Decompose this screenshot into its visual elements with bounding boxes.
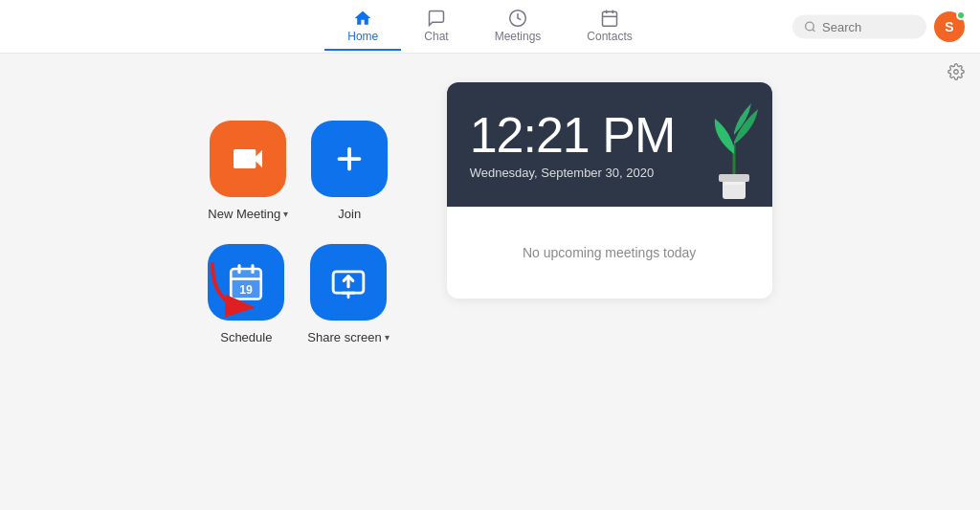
nav-item-contacts[interactable]: Contacts — [564, 3, 655, 51]
svg-rect-22 — [724, 182, 744, 185]
svg-text:19: 19 — [240, 283, 254, 297]
svg-rect-1 — [603, 11, 617, 26]
nav-chat-label: Chat — [424, 30, 448, 43]
calendar-header: 12:21 PM Wednesday, September 30, 2020 — [447, 82, 772, 207]
nav-meetings-label: Meetings — [495, 30, 542, 43]
settings-gear[interactable] — [947, 63, 965, 84]
action-row-1: New Meeting ▾ Join — [208, 121, 389, 221]
meetings-icon — [508, 9, 527, 28]
svg-point-7 — [954, 70, 959, 75]
share-screen-button[interactable]: Share screen ▾ — [307, 244, 389, 344]
no-meetings-message: No upcoming meetings today — [470, 245, 749, 260]
svg-rect-21 — [719, 174, 749, 182]
avatar[interactable]: S — [934, 11, 965, 42]
top-navigation: Home Chat Meetings — [0, 0, 980, 54]
share-screen-icon-bg — [310, 244, 387, 321]
svg-point-5 — [806, 22, 814, 31]
main-content: New Meeting ▾ Join — [0, 54, 980, 510]
nav-item-home[interactable]: Home — [324, 3, 401, 51]
action-row-2: 19 Schedule — [208, 244, 389, 344]
nav-item-chat[interactable]: Chat — [401, 3, 471, 51]
schedule-label: Schedule — [220, 330, 272, 344]
new-meeting-icon-bg — [210, 121, 286, 197]
new-meeting-chevron: ▾ — [283, 209, 288, 219]
new-meeting-button[interactable]: New Meeting ▾ — [208, 121, 288, 221]
share-screen-chevron: ▾ — [385, 332, 390, 343]
nav-home-label: Home — [347, 30, 378, 43]
join-label: Join — [338, 207, 361, 221]
avatar-area: S — [934, 11, 965, 42]
chat-icon — [427, 9, 446, 28]
search-icon — [804, 20, 816, 33]
contacts-icon — [600, 9, 619, 28]
schedule-icon-bg: 19 — [208, 244, 284, 321]
online-badge — [956, 11, 966, 20]
new-meeting-label: New Meeting ▾ — [208, 207, 288, 221]
search-box — [792, 14, 926, 38]
nav-items: Home Chat Meetings — [324, 3, 655, 51]
search-input[interactable] — [822, 19, 915, 33]
calendar-body: No upcoming meetings today — [447, 207, 772, 299]
search-area — [792, 14, 926, 38]
home-icon — [353, 9, 372, 28]
schedule-button[interactable]: 19 Schedule — [208, 244, 284, 344]
plant-decoration — [696, 82, 772, 207]
nav-item-meetings[interactable]: Meetings — [472, 3, 565, 51]
action-panel: New Meeting ▾ Join — [208, 121, 389, 344]
join-icon-bg — [311, 121, 388, 197]
svg-line-6 — [813, 29, 814, 31]
join-button[interactable]: Join — [311, 121, 388, 221]
calendar-panel: 12:21 PM Wednesday, September 30, 2020 — [447, 82, 772, 299]
share-screen-label: Share screen ▾ — [307, 330, 389, 344]
nav-contacts-label: Contacts — [587, 30, 632, 43]
